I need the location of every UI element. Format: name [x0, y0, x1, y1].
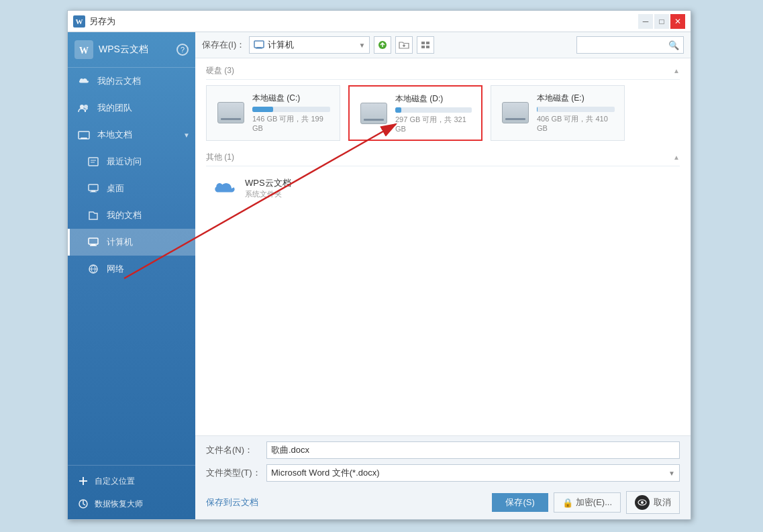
- sidebar-item-my-team[interactable]: 我的团队: [68, 95, 195, 121]
- local-docs-arrow: ▼: [183, 131, 190, 139]
- sidebar-item-network[interactable]: 网络: [68, 256, 195, 282]
- svg-rect-11: [89, 184, 98, 191]
- lock-icon: 🔒: [562, 498, 573, 508]
- sidebar-item-desktop[interactable]: 桌面: [68, 175, 195, 202]
- drive-e-name: 本地磁盘 (E:): [537, 93, 615, 104]
- desktop-icon: [87, 182, 100, 195]
- local-docs-label: 本地文档: [97, 129, 132, 141]
- disks-collapse[interactable]: ▲: [673, 67, 680, 74]
- maximize-button[interactable]: □: [654, 14, 669, 29]
- svg-point-4: [80, 105, 84, 109]
- drive-d[interactable]: 本地磁盘 (D:) 297 GB 可用，共 321 GB: [348, 85, 482, 141]
- svg-rect-28: [421, 42, 425, 44]
- recovery-icon: [77, 498, 89, 510]
- filename-row: 文件名(N)：: [206, 441, 680, 459]
- wps-cloud-info: WPS云文档 系统文件夹: [245, 177, 291, 199]
- filename-input[interactable]: [266, 441, 680, 459]
- network-icon: [87, 262, 100, 276]
- drive-d-space: 297 GB 可用，共 321 GB: [395, 115, 472, 133]
- encrypt-button[interactable]: 🔒 加密(E)...: [554, 492, 621, 513]
- sidebar-bottom: 自定义位置 数据恢复大师: [68, 465, 195, 519]
- save-to-cloud-link[interactable]: 保存到云文档: [206, 496, 258, 509]
- nav-up-button[interactable]: [374, 36, 391, 54]
- drives-grid: 本地磁盘 (C:) 146 GB 可用，共 199 GB: [206, 85, 680, 141]
- drive-d-info: 本地磁盘 (D:) 297 GB 可用，共 321 GB: [395, 93, 472, 133]
- minimize-button[interactable]: ─: [638, 14, 653, 29]
- save-in-label: 保存在(I)：: [202, 39, 245, 51]
- encrypt-label: 加密(E)...: [576, 496, 612, 509]
- right-panel: 保存在(I)： 计算机 ▼: [195, 32, 691, 519]
- drive-e-info: 本地磁盘 (E:) 406 GB 可用，共 410 GB: [537, 93, 615, 132]
- my-docs-label: 我的文档: [107, 209, 142, 221]
- file-area: 硬盘 (3) ▲ 本地磁盘 (C:): [195, 58, 691, 435]
- wps-cloud-name: WPS云文档: [245, 177, 291, 189]
- sidebar-item-recent[interactable]: 最近访问: [68, 148, 195, 175]
- custom-location-label: 自定义位置: [95, 476, 135, 487]
- drive-e-bar-bg: [537, 107, 615, 112]
- search-input[interactable]: [581, 40, 668, 50]
- filename-label: 文件名(N)：: [206, 444, 266, 456]
- sidebar-wps-icon: W: [74, 40, 93, 59]
- sidebar-item-computer[interactable]: 计算机: [68, 229, 195, 256]
- drive-d-bar-bg: [395, 107, 472, 113]
- toolbar: 保存在(I)： 计算机 ▼: [195, 32, 691, 58]
- team-label: 我的团队: [97, 102, 132, 114]
- drive-c-bar-bg: [252, 107, 330, 112]
- sidebar-header: W WPS云文档 ?: [68, 32, 195, 68]
- wps-cloud-icon: [213, 178, 237, 199]
- filetype-value: Microsoft Word 文件(*.docx): [271, 467, 668, 479]
- drive-c-space: 146 GB 可用，共 199 GB: [252, 114, 330, 132]
- drive-c-bar-fill: [252, 107, 273, 112]
- new-folder-button[interactable]: [395, 36, 413, 54]
- combo-arrow: ▼: [358, 42, 365, 49]
- network-label: 网络: [107, 263, 124, 275]
- disks-section-title: 硬盘 (3): [206, 65, 234, 76]
- svg-rect-31: [426, 46, 429, 48]
- data-recovery-label: 数据恢复大师: [95, 498, 143, 510]
- custom-location-button[interactable]: 自定义位置: [68, 470, 195, 492]
- data-recovery-button[interactable]: 数据恢复大师: [68, 492, 195, 515]
- drive-c[interactable]: 本地磁盘 (C:) 146 GB 可用，共 199 GB: [206, 85, 340, 141]
- sidebar: W WPS云文档 ? 我的云文档: [68, 32, 195, 519]
- wps-cloud-item[interactable]: WPS云文档 系统文件夹: [206, 172, 680, 205]
- team-icon: [77, 101, 91, 115]
- svg-rect-30: [421, 46, 425, 48]
- my-docs-icon: [87, 209, 100, 222]
- filetype-combo[interactable]: Microsoft Word 文件(*.docx) ▼: [266, 464, 680, 482]
- drive-e-icon: [501, 101, 530, 125]
- save-button[interactable]: 保存(S): [492, 493, 548, 512]
- sidebar-item-my-documents[interactable]: 我的文档: [68, 202, 195, 229]
- desktop-label: 桌面: [107, 182, 124, 195]
- title-bar: W 另存为 ─ □ ✕: [68, 11, 691, 32]
- path-combo[interactable]: 计算机 ▼: [249, 36, 370, 54]
- svg-point-5: [84, 105, 88, 109]
- drive-e-space: 406 GB 可用，共 410 GB: [537, 114, 615, 132]
- view-toggle-button[interactable]: [417, 36, 434, 54]
- recent-icon: [87, 155, 100, 168]
- cloud-docs-icon: [77, 74, 91, 88]
- help-button[interactable]: ?: [176, 44, 189, 56]
- sidebar-item-cloud-docs[interactable]: 我的云文档: [68, 68, 195, 95]
- cloud-docs-label: 我的云文档: [97, 75, 141, 87]
- current-path: 计算机: [268, 39, 294, 51]
- drive-c-icon: [216, 101, 246, 125]
- computer-icon: [87, 235, 100, 249]
- svg-rect-8: [89, 158, 98, 166]
- disks-section-header: 硬盘 (3) ▲: [206, 65, 680, 80]
- wps-title-icon: W: [73, 15, 85, 28]
- svg-rect-29: [426, 42, 429, 44]
- search-icon: 🔍: [668, 40, 679, 50]
- sidebar-item-local-docs[interactable]: 本地文档 ▼: [68, 121, 195, 148]
- bottom-bar: 文件名(N)： 文件类型(T)： Microsoft Word 文件(*.doc…: [195, 435, 691, 519]
- eye-icon: [635, 495, 650, 510]
- search-box[interactable]: 🔍: [576, 36, 684, 54]
- computer-label: 计算机: [107, 236, 133, 248]
- title-text: 另存为: [89, 15, 637, 28]
- other-collapse[interactable]: ▲: [673, 154, 680, 161]
- drive-d-bar-fill: [395, 107, 401, 113]
- cancel-button[interactable]: 取消: [626, 491, 680, 514]
- svg-text:W: W: [76, 17, 83, 25]
- close-button[interactable]: ✕: [670, 14, 685, 29]
- svg-rect-7: [81, 138, 87, 139]
- drive-e[interactable]: 本地磁盘 (E:) 406 GB 可用，共 410 GB: [491, 85, 625, 141]
